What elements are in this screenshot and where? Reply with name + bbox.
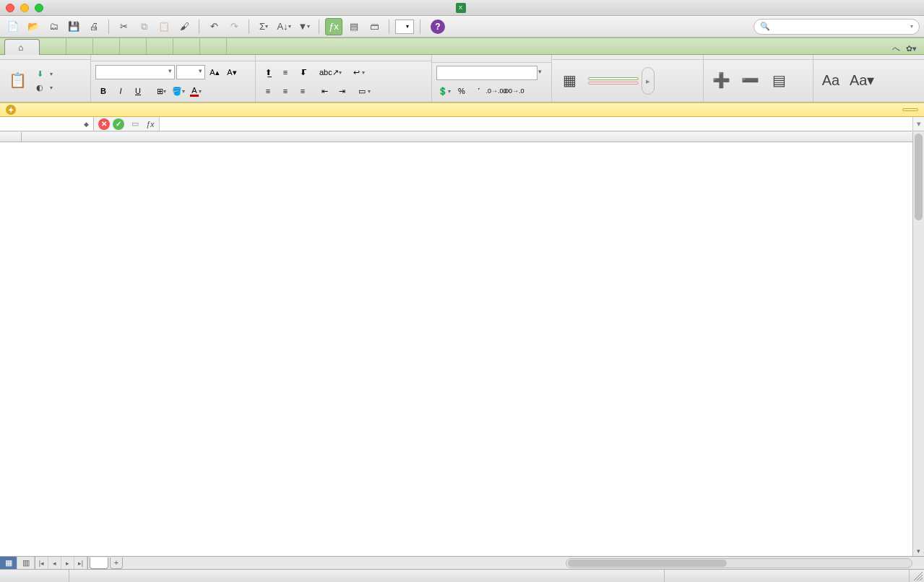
undo-button[interactable]: ↶ bbox=[205, 18, 223, 35]
sort-button[interactable]: A↓ bbox=[275, 18, 293, 35]
style-normal-button[interactable] bbox=[588, 77, 639, 80]
themes-button[interactable]: Aa bbox=[818, 63, 844, 99]
formula-bar: ◆ ✕ ✓ ▭ ƒx ▾ bbox=[0, 117, 924, 131]
tab-home[interactable]: ⌂ bbox=[4, 39, 40, 55]
font-family-select[interactable] bbox=[95, 65, 175, 79]
vertical-scrollbar[interactable]: ▾ bbox=[912, 132, 924, 556]
zoom-selector[interactable]: ▾ bbox=[395, 19, 414, 34]
gallery-button[interactable]: 🗂 bbox=[45, 18, 62, 35]
sheet-tab-sheet1[interactable] bbox=[90, 557, 108, 569]
fill-color-button[interactable]: 🪣 bbox=[170, 83, 186, 99]
align-right-button[interactable]: ≡ bbox=[295, 83, 311, 99]
filter-button[interactable]: ▼ bbox=[295, 18, 313, 35]
tab-layout[interactable] bbox=[40, 38, 66, 54]
cut-button[interactable]: ✂ bbox=[115, 18, 132, 35]
theme-fonts-button[interactable]: Aa▾ bbox=[847, 63, 877, 99]
vscroll-down-arrow[interactable]: ▾ bbox=[913, 546, 924, 556]
horizontal-scrollbar[interactable] bbox=[566, 558, 912, 568]
align-middle-button[interactable]: ≡ bbox=[277, 64, 293, 80]
search-in-sheet[interactable]: 🔍 ▾ bbox=[754, 19, 920, 35]
wrap-text-button[interactable]: ↩ bbox=[350, 64, 368, 80]
formula-cancel-button[interactable]: ✕ bbox=[98, 118, 110, 130]
hscroll-thumb[interactable] bbox=[568, 560, 727, 567]
select-all-corner[interactable] bbox=[0, 132, 22, 142]
media-browser-button[interactable]: 🗃 bbox=[366, 18, 383, 35]
prev-sheet-button[interactable]: ◂ bbox=[48, 557, 61, 569]
tab-review[interactable] bbox=[200, 38, 227, 54]
fill-button[interactable]: ⬇ bbox=[33, 68, 56, 80]
last-sheet-button[interactable]: ▸| bbox=[74, 557, 87, 569]
tab-smartart[interactable] bbox=[120, 38, 147, 54]
delete-cells-button[interactable]: ➖ bbox=[737, 63, 763, 99]
align-center-button[interactable]: ≡ bbox=[277, 83, 293, 99]
clear-button[interactable]: ◐ bbox=[33, 82, 56, 94]
underline-button[interactable]: U bbox=[130, 83, 146, 99]
grid-body[interactable] bbox=[0, 142, 912, 556]
currency-button[interactable]: 💲 bbox=[436, 83, 452, 99]
insert-cells-button[interactable]: ➕ bbox=[708, 63, 734, 99]
namebox-dropdown-icon[interactable]: ◆ bbox=[84, 121, 89, 128]
decrease-indent-button[interactable]: ⇤ bbox=[316, 83, 332, 99]
paste-button[interactable]: 📋 bbox=[4, 63, 30, 99]
tab-charts[interactable] bbox=[93, 38, 120, 54]
comma-button[interactable]: ʼ bbox=[471, 83, 487, 99]
format-painter-button[interactable]: 🖌 bbox=[176, 18, 193, 35]
align-top-button[interactable]: ⬆̲ bbox=[260, 64, 276, 80]
print-button[interactable]: 🖨 bbox=[85, 18, 103, 35]
increase-indent-button[interactable]: ⇥ bbox=[334, 83, 350, 99]
banner-badge-icon: ✦ bbox=[6, 105, 16, 115]
add-sheet-button[interactable]: + bbox=[110, 557, 123, 569]
minimize-window-button[interactable] bbox=[20, 4, 29, 12]
percent-button[interactable]: % bbox=[454, 83, 470, 99]
formula-enter-button[interactable]: ✓ bbox=[113, 118, 124, 130]
decrease-decimal-button[interactable]: .00→.0 bbox=[506, 83, 522, 99]
bold-button[interactable]: B bbox=[95, 83, 111, 99]
italic-button[interactable]: I bbox=[113, 83, 129, 99]
redo-button[interactable]: ↷ bbox=[225, 18, 243, 35]
number-format-select[interactable] bbox=[436, 66, 537, 80]
formula-input[interactable] bbox=[160, 117, 912, 131]
show-toolbox-button[interactable]: ▤ bbox=[345, 18, 363, 35]
help-button[interactable]: ? bbox=[431, 19, 445, 34]
format-cells-button[interactable]: ▤ bbox=[766, 63, 792, 99]
formula-builder-button[interactable]: ▭ bbox=[127, 116, 143, 132]
paste-clipboard-button[interactable]: 📋 bbox=[155, 18, 173, 35]
update-office-button[interactable] bbox=[902, 108, 918, 111]
borders-button[interactable]: ⊞ bbox=[153, 83, 169, 99]
conditional-formatting-button[interactable]: ▦ bbox=[556, 63, 582, 99]
fx-toolbar-button[interactable]: ƒx bbox=[325, 18, 342, 35]
normal-view-button[interactable]: ▦ bbox=[0, 557, 17, 569]
increase-font-button[interactable]: A▴ bbox=[207, 64, 223, 80]
tab-tables[interactable] bbox=[66, 38, 93, 54]
decrease-font-button[interactable]: A▾ bbox=[224, 64, 240, 80]
first-sheet-button[interactable]: |◂ bbox=[35, 557, 48, 569]
style-bad-button[interactable] bbox=[588, 82, 639, 84]
align-bottom-button[interactable]: ⬇̅ bbox=[295, 64, 311, 80]
cell-reference-input[interactable] bbox=[4, 120, 48, 129]
vscroll-thumb[interactable] bbox=[915, 134, 923, 220]
merge-button[interactable]: ▭ bbox=[355, 83, 374, 99]
ribbon-collapse-button[interactable]: へ bbox=[892, 43, 900, 54]
tab-formulas[interactable] bbox=[147, 38, 173, 54]
font-color-button[interactable]: A bbox=[188, 83, 204, 99]
open-button[interactable]: 📂 bbox=[25, 18, 42, 35]
close-window-button[interactable] bbox=[6, 4, 14, 12]
zoom-window-button[interactable] bbox=[35, 4, 43, 12]
save-button[interactable]: 💾 bbox=[65, 18, 82, 35]
ribbon-options-button[interactable]: ✿▾ bbox=[906, 44, 917, 53]
increase-decimal-button[interactable]: .0→.00 bbox=[488, 83, 504, 99]
page-layout-view-button[interactable]: ▥ bbox=[17, 557, 35, 569]
orientation-button[interactable]: abc↗ bbox=[316, 64, 345, 80]
next-sheet-button[interactable]: ▸ bbox=[61, 557, 74, 569]
formula-bar-expand-button[interactable]: ▾ bbox=[912, 117, 924, 131]
window-controls bbox=[6, 4, 43, 12]
new-workbook-button[interactable]: 📄 bbox=[4, 18, 22, 35]
resize-grip[interactable] bbox=[912, 570, 924, 582]
name-box[interactable]: ◆ bbox=[0, 117, 94, 131]
styles-expand-button[interactable]: ▸ bbox=[642, 67, 655, 95]
tab-data[interactable] bbox=[173, 38, 200, 54]
font-size-select[interactable] bbox=[176, 65, 205, 79]
align-left-button[interactable]: ≡ bbox=[260, 83, 276, 99]
autosum-button[interactable]: Σ bbox=[255, 18, 272, 35]
copy-button[interactable]: ⧉ bbox=[135, 18, 152, 35]
